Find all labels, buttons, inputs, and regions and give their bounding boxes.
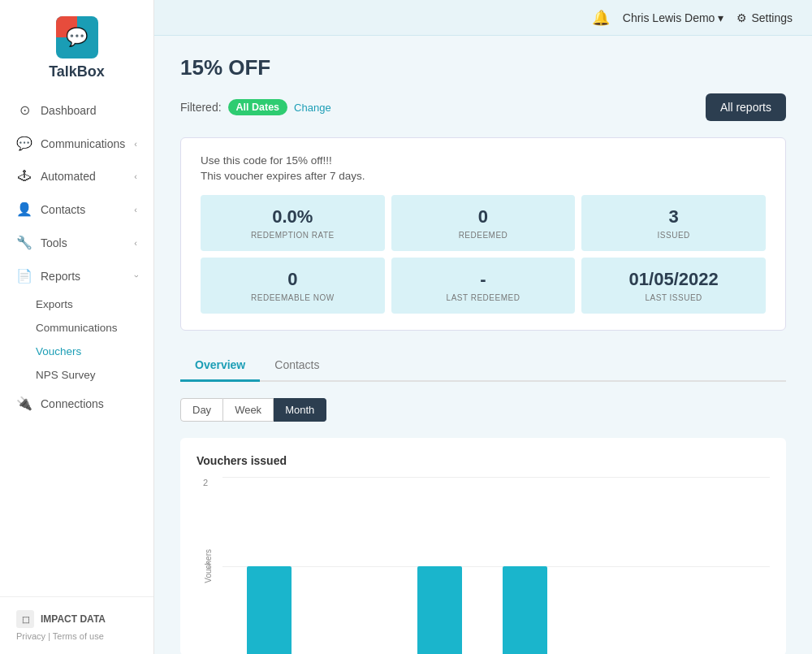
sidebar-item-label: Communications <box>41 137 126 150</box>
app-name: TalkBox <box>49 63 105 80</box>
sidebar-item-contacts[interactable]: 👤 Contacts ‹ <box>0 193 153 226</box>
stat-label: REDEMPTION RATE <box>214 231 372 240</box>
chart-section: Vouchers issued Vouchers 2 1 <box>180 438 786 654</box>
gear-icon: ⚙ <box>736 11 747 24</box>
period-week-button[interactable]: Week <box>223 398 274 422</box>
sidebar: TalkBox ⊙ Dashboard 💬 Communications ‹ 🕹… <box>0 0 154 654</box>
user-menu[interactable]: Chris Lewis Demo ▾ <box>623 11 724 24</box>
voucher-expiry: This voucher expires after 7 days. <box>201 170 766 182</box>
tab-contacts[interactable]: Contacts <box>260 350 334 382</box>
bar-3 <box>417 566 462 654</box>
automated-icon: 🕹 <box>16 169 32 184</box>
y-value-mid: 1 <box>206 561 211 570</box>
connections-icon: 🔌 <box>16 396 32 411</box>
stat-value: 0 <box>214 269 372 290</box>
stat-label: REDEEMABLE NOW <box>214 293 372 302</box>
sidebar-item-reports[interactable]: 📄 Reports ‹ <box>0 259 153 292</box>
stat-label: LAST REDEEMED <box>404 293 563 302</box>
filter-label: Filtered: <box>180 101 222 114</box>
logo-icon <box>56 16 98 58</box>
impact-data-brand: ⬚ IMPACT DATA <box>16 610 137 628</box>
reports-icon: 📄 <box>16 268 32 284</box>
sidebar-item-label: Connections <box>41 397 137 410</box>
tabs: Overview Contacts <box>180 350 786 382</box>
stat-value: 0.0% <box>214 206 372 227</box>
contacts-icon: 👤 <box>16 201 32 217</box>
sidebar-item-dashboard[interactable]: ⊙ Dashboard <box>0 93 153 127</box>
settings-button[interactable]: ⚙ Settings <box>736 11 793 24</box>
stat-value: 0 <box>404 206 563 227</box>
sidebar-item-exports[interactable]: Exports <box>0 292 153 316</box>
sidebar-item-label: Dashboard <box>41 104 137 117</box>
main-content: 15% OFF Filtered: All Dates Change All r… <box>154 36 812 654</box>
privacy-link[interactable]: Privacy <box>16 631 45 641</box>
stat-redeemed: 0 REDEEMED <box>391 195 576 251</box>
stat-last-issued: 01/05/2022 LAST ISSUED <box>581 258 766 314</box>
dashboard-icon: ⊙ <box>16 102 32 118</box>
sidebar-item-label: Tools <box>41 236 126 249</box>
tools-icon: 🔧 <box>16 235 32 250</box>
period-buttons: Day Week Month <box>180 398 786 422</box>
stat-value: - <box>404 269 563 290</box>
stat-issued: 3 ISSUED <box>581 195 766 251</box>
period-month-button[interactable]: Month <box>274 398 326 422</box>
page-title: 15% OFF <box>180 55 786 80</box>
voucher-description: Use this code for 15% off!!! <box>201 154 766 167</box>
chevron-icon: ‹ <box>134 205 137 214</box>
bar-4 <box>503 566 547 654</box>
logo-container: TalkBox <box>0 0 153 93</box>
sidebar-item-nps-survey[interactable]: NPS Survey <box>0 363 153 387</box>
voucher-card: Use this code for 15% off!!! This vouche… <box>180 137 786 331</box>
chart-area: Vouchers 2 1 <box>197 477 770 654</box>
sidebar-item-tools[interactable]: 🔧 Tools ‹ <box>0 226 153 259</box>
chevron-down-icon: ‹ <box>131 275 140 278</box>
stat-value: 01/05/2022 <box>594 269 753 290</box>
stat-label: REDEEMED <box>404 231 563 240</box>
settings-label: Settings <box>751 11 793 24</box>
chevron-icon: ‹ <box>134 238 137 248</box>
sidebar-item-communications-sub[interactable]: Communications <box>0 316 153 340</box>
user-dropdown-icon: ▾ <box>718 11 723 24</box>
chevron-icon: ‹ <box>134 171 137 181</box>
stat-redemption-rate: 0.0% REDEMPTION RATE <box>201 195 385 251</box>
filter-change-link[interactable]: Change <box>294 102 331 114</box>
filter-bar: Filtered: All Dates Change All reports <box>180 93 786 121</box>
communications-icon: 💬 <box>16 136 32 151</box>
terms-link[interactable]: Terms of use <box>53 631 104 641</box>
chevron-icon: ‹ <box>134 139 137 149</box>
footer-links: Privacy | Terms of use <box>16 631 137 641</box>
sidebar-item-communications[interactable]: 💬 Communications ‹ <box>0 127 153 160</box>
stat-label: ISSUED <box>594 231 753 240</box>
stat-redeemable-now: 0 REDEEMABLE NOW <box>201 258 385 314</box>
all-reports-button[interactable]: All reports <box>706 93 786 121</box>
stat-label: LAST ISSUED <box>594 293 753 302</box>
chart-canvas: 2 1 <box>222 477 770 654</box>
sidebar-item-label: Automated <box>41 170 126 183</box>
stat-value: 3 <box>594 206 753 227</box>
sidebar-item-automated[interactable]: 🕹 Automated ‹ <box>0 160 153 193</box>
bar-1 <box>247 566 292 654</box>
filter-badge[interactable]: All Dates <box>228 99 288 115</box>
stats-grid: 0.0% REDEMPTION RATE 0 REDEEMED 3 ISSUED… <box>201 195 766 314</box>
sidebar-item-connections[interactable]: 🔌 Connections <box>0 387 153 420</box>
sidebar-footer: ⬚ IMPACT DATA Privacy | Terms of use <box>0 596 153 654</box>
topbar: 🔔 Chris Lewis Demo ▾ ⚙ Settings <box>154 0 812 36</box>
stat-last-redeemed: - LAST REDEEMED <box>391 258 576 314</box>
sidebar-item-vouchers[interactable]: Vouchers <box>0 340 153 363</box>
bell-icon[interactable]: 🔔 <box>592 9 610 27</box>
user-name: Chris Lewis Demo <box>623 11 715 24</box>
sidebar-item-label: Reports <box>41 270 126 283</box>
period-day-button[interactable]: Day <box>180 398 223 422</box>
y-value-max: 2 <box>203 478 208 487</box>
impact-icon: ⬚ <box>16 610 34 628</box>
chart-title: Vouchers issued <box>197 454 770 467</box>
sidebar-item-label: Contacts <box>41 203 126 216</box>
tab-overview[interactable]: Overview <box>180 350 260 382</box>
main-area: 🔔 Chris Lewis Demo ▾ ⚙ Settings 15% OFF … <box>154 0 812 654</box>
